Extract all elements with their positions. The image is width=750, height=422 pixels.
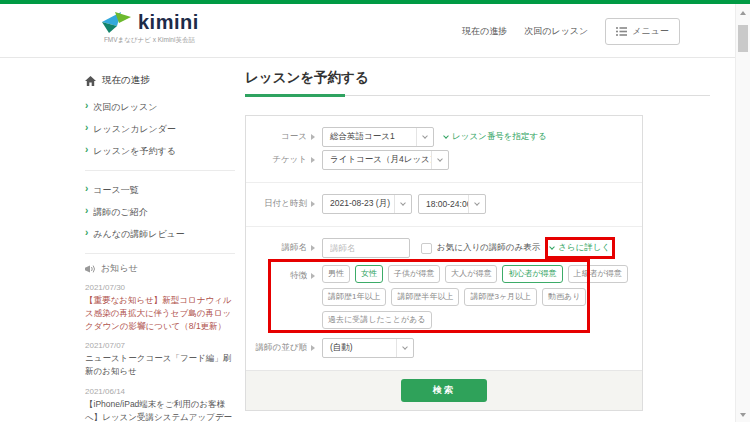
news-date: 2021/07/07 [85, 341, 235, 350]
news-title-link[interactable]: ニューストークコース「フード編」刷新のお知らせ [85, 352, 235, 378]
chevron-down-icon [468, 195, 485, 213]
sidebar-item-book-lesson[interactable]: › レッスンを予約する [85, 140, 235, 162]
form-footer: 検索 [246, 370, 642, 410]
news-section-header: お知らせ [85, 262, 235, 275]
megaphone-icon [85, 264, 96, 274]
teacher-filter-section: 講師名 お気に入りの講師のみ表示 さらに詳しく 特徴 [246, 226, 642, 370]
chevron-down-icon [396, 339, 413, 357]
course-label: コース [246, 131, 322, 143]
sidebar-item-label: 講師のご紹介 [93, 206, 147, 219]
date-select[interactable]: 2021-08-23 (月) [322, 194, 412, 214]
sort-select-value: (自動) [323, 339, 396, 357]
top-accent-bar [0, 0, 750, 4]
chevron-right-icon: › [85, 206, 88, 216]
more-details-link-label: さらに詳しく [558, 242, 610, 254]
page-title-underline: レッスンを予約する [245, 68, 710, 96]
kimini-logo[interactable]: kimini FMVまなびナビ x Kimini英会話 [100, 10, 199, 45]
nav-current-progress[interactable]: 現在の進捗 [462, 25, 507, 38]
news-title-link[interactable]: 【重要なお知らせ】新型コロナウィルス感染の再拡大に伴うセブ島の再ロックダウンの影… [85, 294, 235, 332]
feature-tag-female[interactable]: 女性 [355, 265, 383, 283]
feature-tag-experience-1year[interactable]: 講師歴1年以上 [322, 288, 386, 306]
feature-tags: 男性 女性 子供が得意 大人が得意 初心者が得意 上級者が得意 講師歴1年以上 … [322, 265, 628, 329]
course-section: コース 総合英語コース1 レッスン番号を指定する チケット [246, 116, 642, 182]
time-select-value: 18:00-24:00 [419, 195, 468, 213]
logo-wordmark: kimini [138, 11, 199, 34]
more-details-link[interactable]: さらに詳しく [550, 242, 610, 254]
label-arrow-icon [311, 273, 315, 279]
scrollbar-up-arrow-icon[interactable] [740, 11, 746, 15]
feature-tags-row-1: 男性 女性 子供が得意 大人が得意 初心者が得意 上級者が得意 [322, 265, 628, 283]
scrollbar-thumb[interactable] [738, 25, 748, 52]
datetime-section: 日付と時刻 2021-08-23 (月) 18:00-24:00 [246, 182, 642, 226]
features-block: 特徴 男性 女性 子供が得意 大人が得意 初心者が得意 上級者が得意 [246, 265, 642, 329]
divider [85, 170, 235, 171]
label-arrow-icon [311, 245, 315, 251]
teacher-name-row: 講師名 お気に入りの講師のみ表示 さらに詳しく [246, 238, 642, 258]
sort-select[interactable]: (自動) [322, 338, 414, 358]
feature-tag-has-video[interactable]: 動画あり [542, 288, 586, 306]
datetime-label: 日付と時刻 [246, 198, 322, 210]
time-select[interactable]: 18:00-24:00 [418, 194, 486, 214]
chevron-down-icon [431, 151, 448, 169]
feature-tag-male[interactable]: 男性 [322, 265, 350, 283]
menu-button[interactable]: メニュー [605, 18, 680, 45]
sidebar-item-current-progress[interactable]: 現在の進捗 [85, 70, 235, 96]
feature-tag-good-with-kids[interactable]: 子供が得意 [388, 265, 440, 283]
sidebar-item-label: コース一覧 [93, 184, 138, 197]
sidebar-item-teacher-reviews[interactable]: › みんなの講師レビュー [85, 223, 235, 245]
feature-tag-good-with-advanced[interactable]: 上級者が得意 [568, 265, 628, 283]
feature-tag-good-with-adults[interactable]: 大人が得意 [445, 265, 497, 283]
ticket-select-value: ライトコース（月4レッスン） [323, 151, 431, 169]
menu-button-label: メニュー [632, 25, 669, 38]
nav-next-lesson[interactable]: 次回のレッスン [524, 25, 588, 38]
scrollbar-down-arrow-icon[interactable] [740, 413, 746, 417]
features-row: 特徴 男性 女性 子供が得意 大人が得意 初心者が得意 上級者が得意 [246, 265, 642, 329]
sidebar-item-lesson-calendar[interactable]: › レッスンカレンダー [85, 118, 235, 140]
chevron-down-icon [394, 195, 411, 213]
ticket-select[interactable]: ライトコース（月4レッスン） [322, 150, 449, 170]
chevron-right-icon: › [85, 184, 88, 194]
news-date: 2021/06/14 [85, 387, 235, 396]
feature-tag-experience-3months[interactable]: 講師歴3ヶ月以上 [464, 288, 537, 306]
sidebar-item-next-lesson[interactable]: › 次回のレッスン [85, 96, 235, 118]
teacher-name-input[interactable] [322, 238, 410, 258]
news-item: 2021/07/30 【重要なお知らせ】新型コロナウィルス感染の再拡大に伴うセブ… [85, 283, 235, 332]
sidebar-item-teacher-intro[interactable]: › 講師のご紹介 [85, 201, 235, 223]
ticket-row: チケット ライトコース（月4レッスン） [246, 150, 642, 170]
sidebar-item-course-list[interactable]: › コース一覧 [85, 179, 235, 201]
page-root: kimini FMVまなびナビ x Kimini英会話 現在の進捗 次回のレッス… [0, 0, 750, 422]
lesson-number-link-label: レッスン番号を指定する [452, 131, 547, 143]
course-select[interactable]: 総合英語コース1 [322, 127, 434, 147]
label-arrow-icon [311, 201, 315, 207]
kimini-logo-icon [100, 10, 132, 35]
lesson-number-link[interactable]: レッスン番号を指定する [444, 131, 547, 143]
news-title-link[interactable]: 【iPhone/iPad端末をご利用のお客様へ】レッスン受講システムアップデート… [85, 398, 235, 422]
page-title: レッスンを予約する [245, 70, 369, 85]
sidebar-item-label: レッスンを予約する [93, 145, 175, 158]
news-section-title: お知らせ [101, 262, 138, 275]
chevron-right-icon: › [85, 101, 88, 111]
scrollbar[interactable] [735, 4, 750, 422]
label-arrow-icon [311, 345, 315, 351]
divider [85, 253, 235, 254]
datetime-row: 日付と時刻 2021-08-23 (月) 18:00-24:00 [246, 194, 642, 214]
booking-form-panel: コース 総合英語コース1 レッスン番号を指定する チケット [245, 115, 643, 411]
favorites-only-checkbox[interactable] [421, 243, 432, 254]
feature-tag-good-with-beginners[interactable]: 初心者が得意 [502, 265, 562, 283]
features-label: 特徴 [246, 270, 322, 282]
sidebar-item-label: みんなの講師レビュー [93, 228, 184, 241]
course-select-value: 総合英語コース1 [323, 128, 416, 146]
feature-tag-experience-halfyear[interactable]: 講師歴半年以上 [391, 288, 459, 306]
news-item: 2021/06/14 【iPhone/iPad端末をご利用のお客様へ】レッスン受… [85, 387, 235, 422]
search-button[interactable]: 検索 [401, 379, 487, 402]
sort-row: 講師の並び順 (自動) [246, 338, 642, 358]
date-select-value: 2021-08-23 (月) [323, 195, 394, 213]
favorites-only-checkbox-row[interactable]: お気に入りの講師のみ表示 [421, 242, 540, 254]
sidebar: 現在の進捗 › 次回のレッスン › レッスンカレンダー › レッスンを予約する … [85, 70, 235, 422]
sidebar-item-label: 現在の進捗 [102, 74, 150, 87]
logo-subtitle: FMVまなびナビ x Kimini英会話 [104, 36, 195, 45]
news-date: 2021/07/30 [85, 283, 235, 292]
label-arrow-icon [311, 157, 315, 163]
chevron-right-icon: › [85, 228, 88, 238]
feature-tag-taken-before[interactable]: 過去に受講したことがある [322, 311, 432, 329]
